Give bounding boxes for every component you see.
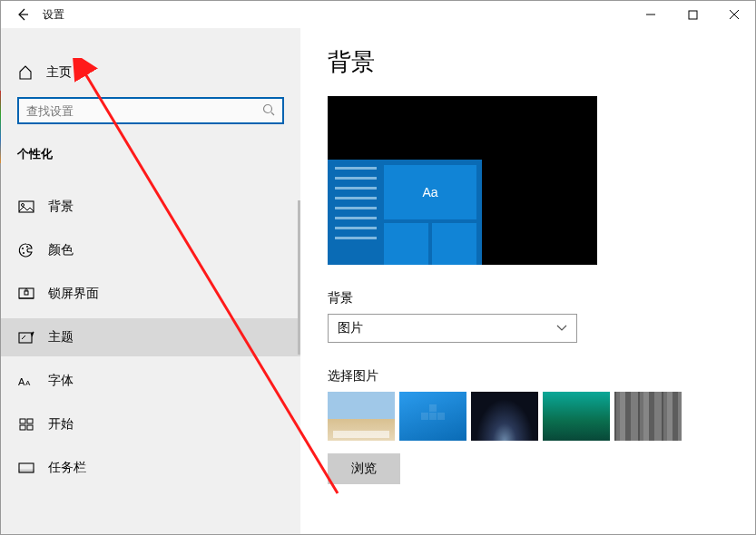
content-area: 背景 Aa 背景 图片 [300, 28, 755, 534]
svg-point-1 [264, 104, 272, 112]
svg-point-4 [22, 248, 24, 249]
image-icon [17, 199, 35, 215]
select-image-label: 选择图片 [328, 368, 728, 384]
window-title: 设置 [43, 7, 64, 23]
sidebar-item-label: 背景 [48, 199, 74, 215]
sidebar-item-label: 主题 [48, 329, 74, 345]
brush-icon [17, 329, 35, 345]
close-button[interactable] [713, 1, 755, 28]
svg-text:A: A [25, 379, 31, 387]
background-dropdown[interactable]: 图片 [328, 314, 577, 343]
maximize-button[interactable] [672, 1, 713, 28]
image-thumbnails [328, 392, 728, 441]
svg-rect-7 [19, 288, 34, 298]
sidebar-item-font[interactable]: AA字体 [1, 362, 300, 400]
scrollbar[interactable] [298, 200, 300, 355]
thumbnail[interactable] [543, 392, 610, 441]
thumbnail[interactable] [328, 392, 395, 441]
svg-rect-15 [27, 425, 33, 430]
thumbnail[interactable] [471, 392, 538, 441]
system-buttons [630, 1, 755, 28]
settings-window: 设置 主页 [0, 0, 756, 535]
category-label: 个性化 [1, 137, 300, 170]
lock-icon [17, 286, 35, 302]
svg-text:A: A [18, 376, 25, 387]
home-button[interactable]: 主页 [1, 55, 300, 90]
svg-point-5 [23, 252, 25, 254]
svg-rect-9 [19, 333, 32, 343]
svg-rect-12 [20, 419, 25, 423]
preview-start-menu: Aa [328, 160, 482, 265]
sidebar: 主页 个性化 背景颜色锁屏界面主题AA字体开始任务栏 [1, 28, 300, 534]
sidebar-item-label: 锁屏界面 [48, 286, 99, 302]
svg-rect-14 [20, 425, 25, 430]
search-icon [262, 103, 275, 119]
home-icon [17, 64, 34, 81]
sidebar-item-label: 字体 [48, 373, 74, 389]
sidebar-item-label: 颜色 [48, 242, 74, 258]
search-box[interactable] [17, 97, 284, 124]
thumbnail[interactable] [399, 392, 466, 441]
svg-rect-17 [19, 470, 34, 472]
background-label: 背景 [328, 290, 728, 306]
minimize-button[interactable] [630, 1, 672, 28]
svg-point-3 [22, 204, 25, 207]
desktop-preview: Aa [328, 96, 597, 265]
palette-icon [17, 242, 35, 258]
svg-rect-8 [25, 291, 28, 295]
sidebar-item-taskbar[interactable]: 任务栏 [1, 449, 300, 487]
sidebar-item-image[interactable]: 背景 [1, 188, 300, 226]
thumbnail[interactable] [614, 392, 682, 441]
svg-point-6 [26, 246, 28, 248]
titlebar: 设置 [1, 1, 755, 28]
svg-rect-13 [27, 419, 33, 423]
page-title: 背景 [328, 46, 728, 78]
browse-button[interactable]: 浏览 [328, 453, 400, 484]
font-icon: AA [17, 373, 35, 389]
dropdown-value: 图片 [338, 320, 556, 336]
taskbar-icon [17, 460, 35, 476]
chevron-down-icon [556, 324, 567, 334]
sidebar-item-palette[interactable]: 颜色 [1, 231, 300, 269]
sidebar-item-lock[interactable]: 锁屏界面 [1, 275, 300, 313]
sidebar-item-label: 开始 [48, 416, 74, 433]
back-button[interactable] [14, 5, 32, 24]
sidebar-item-label: 任务栏 [48, 460, 86, 476]
search-input[interactable] [26, 104, 262, 118]
home-label: 主页 [46, 64, 72, 81]
preview-tile: Aa [384, 165, 476, 219]
sidebar-item-start[interactable]: 开始 [1, 405, 300, 443]
svg-rect-2 [19, 201, 34, 212]
svg-rect-0 [689, 11, 697, 19]
sidebar-item-brush[interactable]: 主题 [1, 318, 300, 356]
start-icon [17, 416, 35, 433]
